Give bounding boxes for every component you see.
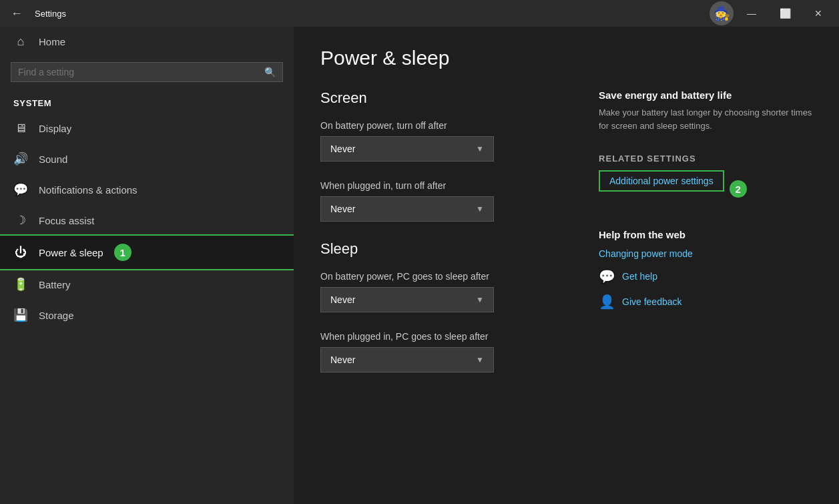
get-help-link[interactable]: 💬 Get help bbox=[599, 268, 812, 284]
battery-sleep-value: Never bbox=[330, 294, 355, 305]
display-icon: 🖥 bbox=[13, 121, 28, 136]
sidebar-item-storage[interactable]: 💾 Storage bbox=[0, 300, 294, 330]
search-box[interactable]: 🔍 bbox=[11, 62, 283, 82]
info-box: Save energy and battery life Make your b… bbox=[599, 89, 812, 132]
sidebar: ⌂ Home 🔍 System 🖥 Display 🔊 Sound 💬 Noti… bbox=[0, 27, 294, 504]
avatar-emoji: 🧙 bbox=[714, 5, 730, 21]
sidebar-item-notifications-label: Notifications & actions bbox=[39, 184, 137, 196]
setting-group-plugged-sleep: When plugged in, PC goes to sleep after … bbox=[320, 331, 559, 372]
battery-screen-label: On battery power, turn off after bbox=[320, 120, 559, 131]
avatar: 🧙 bbox=[710, 1, 734, 25]
search-icon: 🔍 bbox=[264, 67, 276, 77]
sidebar-item-notifications[interactable]: 💬 Notifications & actions bbox=[0, 174, 294, 205]
sidebar-item-home-label: Home bbox=[39, 36, 65, 47]
storage-icon: 💾 bbox=[13, 308, 28, 322]
additional-power-settings-link[interactable]: Additional power settings bbox=[599, 170, 724, 192]
page-title: Power & sleep bbox=[320, 47, 812, 69]
notifications-icon: 💬 bbox=[13, 182, 28, 197]
sidebar-item-sound-label: Sound bbox=[39, 154, 67, 165]
changing-power-mode-link[interactable]: Changing power mode bbox=[599, 248, 812, 259]
screen-section-title: Screen bbox=[320, 89, 559, 107]
additional-power-badge: 2 bbox=[730, 180, 747, 198]
search-input[interactable] bbox=[18, 67, 259, 77]
related-settings: Related settings Additional power settin… bbox=[599, 154, 812, 208]
changing-power-mode-label: Changing power mode bbox=[599, 248, 693, 259]
minimize-button[interactable]: — bbox=[736, 3, 767, 24]
info-box-desc: Make your battery last longer by choosin… bbox=[599, 106, 812, 132]
setting-group-plugged-screen: When plugged in, turn off after Never ▼ bbox=[320, 180, 559, 222]
power-icon: ⏻ bbox=[13, 246, 28, 260]
app-body: ⌂ Home 🔍 System 🖥 Display 🔊 Sound 💬 Noti… bbox=[0, 27, 839, 504]
plugged-screen-dropdown[interactable]: Never ▼ bbox=[320, 196, 494, 222]
info-box-title: Save energy and battery life bbox=[599, 89, 812, 101]
main-col: Screen On battery power, turn off after … bbox=[320, 89, 559, 391]
sidebar-item-focus[interactable]: ☽ Focus assist bbox=[0, 205, 294, 236]
battery-sleep-arrow: ▼ bbox=[476, 295, 484, 304]
sidebar-item-power-label: Power & sleep bbox=[39, 247, 103, 258]
battery-icon: 🔋 bbox=[13, 277, 28, 292]
plugged-screen-value: Never bbox=[330, 204, 355, 214]
setting-group-battery-sleep: On battery power, PC goes to sleep after… bbox=[320, 271, 559, 312]
setting-group-battery-screen: On battery power, turn off after Never ▼ bbox=[320, 120, 559, 162]
titlebar-left: ← Settings bbox=[5, 4, 66, 23]
sidebar-item-focus-label: Focus assist bbox=[39, 215, 94, 226]
titlebar-controls: 🧙 — ⬜ ✕ bbox=[710, 1, 834, 25]
give-feedback-icon: 👤 bbox=[599, 294, 615, 310]
battery-screen-arrow: ▼ bbox=[476, 144, 484, 154]
help-section: Help from the web Changing power mode 💬 … bbox=[599, 229, 812, 310]
titlebar-title: Settings bbox=[35, 9, 66, 19]
sidebar-item-storage-label: Storage bbox=[39, 310, 74, 321]
home-icon: ⌂ bbox=[13, 35, 28, 49]
sidebar-item-display-label: Display bbox=[39, 123, 71, 134]
sidebar-item-sound[interactable]: 🔊 Sound bbox=[0, 144, 294, 174]
sidebar-item-battery-label: Battery bbox=[39, 279, 71, 290]
help-title: Help from the web bbox=[599, 229, 812, 240]
plugged-sleep-value: Never bbox=[330, 354, 355, 365]
main-content: Power & sleep Screen On battery power, t… bbox=[294, 27, 839, 504]
sidebar-item-display[interactable]: 🖥 Display bbox=[0, 113, 294, 144]
maximize-button[interactable]: ⬜ bbox=[770, 3, 800, 24]
sidebar-item-power-badge: 1 bbox=[114, 244, 131, 261]
sidebar-item-home[interactable]: ⌂ Home bbox=[0, 27, 294, 57]
plugged-screen-label: When plugged in, turn off after bbox=[320, 180, 559, 191]
focus-icon: ☽ bbox=[13, 213, 28, 228]
plugged-sleep-label: When plugged in, PC goes to sleep after bbox=[320, 331, 559, 342]
give-feedback-link[interactable]: 👤 Give feedback bbox=[599, 294, 812, 310]
battery-screen-dropdown[interactable]: Never ▼ bbox=[320, 136, 494, 162]
sidebar-item-battery[interactable]: 🔋 Battery bbox=[0, 269, 294, 300]
plugged-sleep-dropdown[interactable]: Never ▼ bbox=[320, 347, 494, 372]
related-settings-title: Related settings bbox=[599, 154, 812, 164]
titlebar: ← Settings 🧙 — ⬜ ✕ bbox=[0, 0, 839, 27]
sleep-section-title: Sleep bbox=[320, 240, 559, 258]
give-feedback-label: Give feedback bbox=[622, 296, 682, 307]
close-button[interactable]: ✕ bbox=[803, 3, 834, 24]
battery-sleep-dropdown[interactable]: Never ▼ bbox=[320, 287, 494, 312]
sidebar-item-power[interactable]: ⏻ Power & sleep 1 bbox=[0, 236, 294, 269]
right-panel: Save energy and battery life Make your b… bbox=[599, 89, 812, 391]
battery-sleep-label: On battery power, PC goes to sleep after bbox=[320, 271, 559, 282]
back-button[interactable]: ← bbox=[5, 4, 28, 23]
get-help-label: Get help bbox=[622, 271, 657, 282]
plugged-screen-arrow: ▼ bbox=[476, 204, 484, 214]
plugged-sleep-arrow: ▼ bbox=[476, 355, 484, 364]
content-columns: Screen On battery power, turn off after … bbox=[320, 89, 812, 391]
get-help-icon: 💬 bbox=[599, 268, 615, 284]
sidebar-section-label: System bbox=[0, 87, 294, 113]
battery-screen-value: Never bbox=[330, 144, 355, 154]
sound-icon: 🔊 bbox=[13, 152, 28, 166]
